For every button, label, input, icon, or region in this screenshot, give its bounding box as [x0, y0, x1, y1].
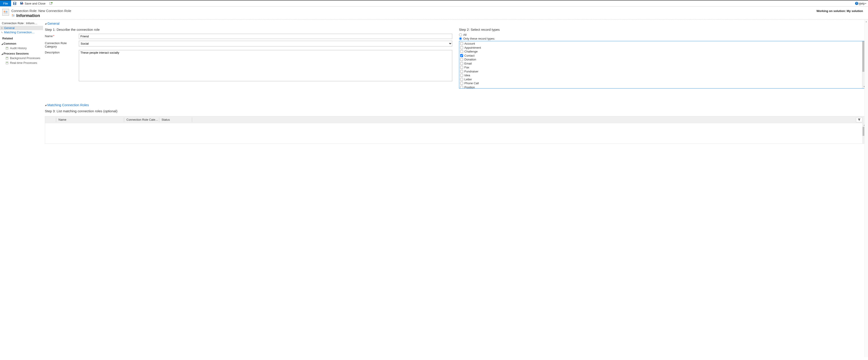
nav-link-real-time-processes[interactable]: Real-time Processes: [0, 61, 43, 65]
step2-heading: Step 2: Select record types: [459, 26, 866, 33]
nav-link-audit-history[interactable]: Audit History: [0, 46, 43, 51]
radio-all-label: All: [463, 33, 466, 36]
svg-point-11: [13, 14, 14, 16]
grid-col-status[interactable]: Status: [159, 118, 192, 122]
step2-panel: Step 2: Select record types All Only the…: [459, 26, 866, 89]
record-type-label: Donation: [464, 58, 476, 62]
record-type-label: Fundraiser: [464, 69, 478, 74]
nav-tree-label: Matching Connection…: [4, 31, 35, 34]
content-scroll-up-icon[interactable]: ▴: [865, 20, 868, 23]
category-select[interactable]: Social: [79, 41, 452, 46]
record-type-position[interactable]: Position: [460, 85, 865, 89]
record-type-phone-call[interactable]: Phone Call: [460, 81, 865, 85]
section-matching[interactable]: Matching Connection Roles: [45, 102, 866, 108]
grid-body: ▴: [45, 123, 866, 143]
step3-heading: Step 3: List matching connection roles (…: [45, 108, 866, 114]
record-type-fax[interactable]: Fax: [460, 65, 865, 69]
record-types-listbox[interactable]: AccountAppointmentChallengeContactDonati…: [459, 41, 866, 89]
dropdown-icon: ▾: [865, 2, 866, 4]
record-type-letter[interactable]: Letter: [460, 77, 865, 81]
actions-button[interactable]: [48, 0, 55, 6]
svg-rect-13: [6, 47, 8, 50]
record-type-checkbox[interactable]: [460, 62, 463, 65]
left-navigation: Connection Role : Inform… ⊢General∟Match…: [0, 20, 43, 357]
nav-link-background-processes[interactable]: Background Processes: [0, 56, 43, 61]
svg-rect-15: [6, 57, 8, 59]
svg-rect-14: [6, 47, 8, 48]
nav-tree-item-matching-connection-[interactable]: ∟Matching Connection…: [0, 30, 43, 34]
radio-all[interactable]: [459, 33, 462, 36]
nav-group-common[interactable]: Common: [0, 40, 43, 46]
record-type-label: Idea: [464, 73, 470, 77]
record-type-checkbox[interactable]: [460, 86, 463, 88]
record-type-label: Phone Call: [464, 81, 479, 85]
record-type-checkbox[interactable]: [460, 50, 463, 53]
name-input[interactable]: [79, 34, 452, 39]
filter-button[interactable]: [856, 117, 862, 122]
svg-point-10: [12, 14, 13, 15]
svg-point-8: [6, 11, 7, 13]
record-type-email[interactable]: Email: [460, 62, 865, 66]
svg-point-7: [4, 11, 5, 12]
information-icon: [11, 14, 15, 18]
radio-only-row[interactable]: Only these record types:: [459, 37, 866, 40]
content-scrollbar[interactable]: ▴: [864, 20, 868, 357]
record-type-challenge[interactable]: Challenge: [460, 50, 865, 54]
radio-only[interactable]: [459, 37, 462, 40]
record-type-checkbox[interactable]: [460, 42, 463, 45]
svg-rect-2: [14, 4, 16, 4]
grid-col-name[interactable]: Name: [56, 118, 124, 122]
save-and-close-button[interactable]: Save and Close: [18, 0, 48, 6]
file-menu-button[interactable]: File: [0, 0, 11, 6]
svg-rect-9: [4, 12, 8, 14]
grid-col-category[interactable]: Connection Role Cate…: [124, 118, 159, 122]
record-type-label: Account: [464, 42, 475, 46]
record-type-label: Fax: [464, 65, 469, 69]
nav-tree-label: General: [4, 26, 14, 30]
description-textarea[interactable]: [79, 50, 452, 81]
nav-link-icon: [5, 61, 9, 65]
record-type-appointment[interactable]: Appointment: [460, 46, 865, 50]
record-type-label: Challenge: [464, 50, 478, 54]
section-general[interactable]: General: [45, 21, 866, 26]
record-type-idea[interactable]: Idea: [460, 73, 865, 77]
radio-all-row[interactable]: All: [459, 33, 866, 37]
svg-point-6: [51, 2, 53, 3]
svg-rect-17: [6, 62, 8, 64]
record-type-label: Letter: [464, 77, 472, 81]
record-type-checkbox[interactable]: [460, 66, 463, 69]
record-type-donation[interactable]: Donation: [460, 58, 865, 62]
help-menu[interactable]: ? Help ▾: [853, 2, 868, 5]
save-close-icon: [20, 2, 24, 5]
record-type-account[interactable]: Account: [460, 42, 865, 46]
svg-rect-1: [14, 2, 16, 3]
record-type-checkbox[interactable]: [460, 82, 463, 85]
help-label: Help: [859, 2, 865, 5]
help-icon: ?: [855, 2, 858, 5]
nav-tree-item-general[interactable]: ⊢General: [0, 26, 43, 30]
record-type-checkbox[interactable]: [460, 78, 463, 81]
connection-role-icon: [2, 9, 9, 15]
step1-heading: Step 1: Describe the connection role: [45, 26, 452, 33]
record-type-checkbox[interactable]: [460, 54, 463, 57]
top-toolbar: File Save and Close ? Help ▾: [0, 0, 868, 6]
related-heading: Related: [0, 34, 43, 40]
record-type-checkbox[interactable]: [460, 70, 463, 73]
record-type-checkbox[interactable]: [460, 58, 463, 61]
save-icon: [13, 2, 17, 5]
nav-group-process-sessions[interactable]: Process Sessions: [0, 51, 43, 56]
save-button[interactable]: [11, 0, 18, 6]
main-content: General Step 1: Describe the connection …: [43, 20, 868, 357]
svg-rect-16: [6, 58, 8, 58]
record-type-checkbox[interactable]: [460, 46, 463, 49]
record-type-checkbox[interactable]: [460, 74, 463, 77]
record-type-fundraiser[interactable]: Fundraiser: [460, 69, 865, 74]
breadcrumb: Connection Role: New Connection Role: [11, 9, 71, 13]
record-type-contact[interactable]: Contact: [460, 54, 865, 58]
svg-rect-18: [6, 62, 8, 63]
matching-roles-grid: Name Connection Role Cate… Status ▴: [45, 116, 866, 144]
grid-col-spacer: [192, 118, 866, 122]
record-type-label: Position: [464, 85, 475, 89]
tree-branch-icon: ∟: [1, 31, 3, 34]
grid-checkbox-column[interactable]: [45, 118, 56, 122]
